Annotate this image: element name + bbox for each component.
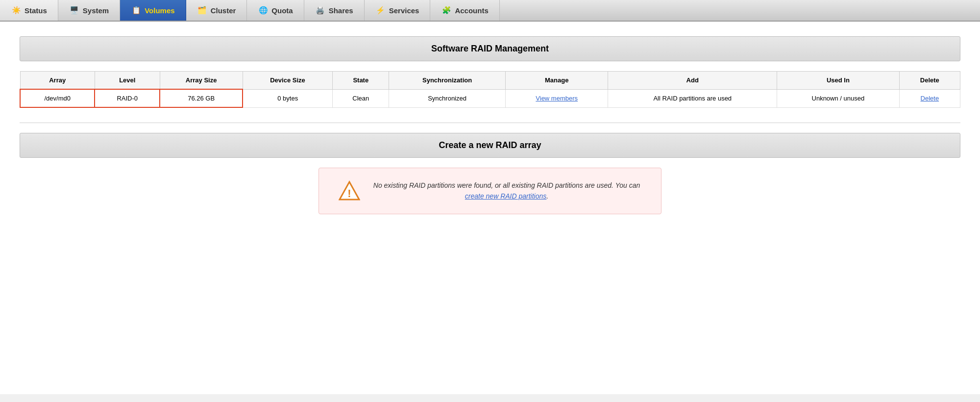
cell-manage[interactable]: View members (505, 89, 608, 107)
raid-table-body: /dev/md0RAID-076.26 GB0 bytesCleanSynchr… (20, 89, 960, 107)
services-icon: ⚡ (375, 5, 386, 16)
warning-text-after: . (546, 192, 548, 200)
cell-level: RAID-0 (95, 89, 160, 107)
nav-tab-label-cluster: Cluster (211, 6, 236, 15)
nav-tab-quota[interactable]: 🌐Quota (247, 0, 304, 21)
nav-tab-volumes[interactable]: 📋Volumes (120, 0, 186, 21)
create-partitions-link[interactable]: create new RAID partitions (465, 192, 547, 200)
system-icon: 🖥️ (69, 5, 80, 16)
nav-tab-system[interactable]: 🖥️System (58, 0, 120, 21)
raid-management-title: Software RAID Management (431, 44, 549, 53)
cell-used-in: Unknown / unused (777, 89, 900, 107)
shares-icon: 🖨️ (315, 5, 326, 16)
section-divider (20, 123, 960, 123)
nav-tab-status[interactable]: ☀️Status (0, 0, 58, 21)
svg-text:!: ! (347, 187, 351, 200)
main-nav: ☀️Status🖥️System📋Volumes🗂️Cluster🌐Quota🖨… (0, 0, 980, 22)
raid-table-header-row: ArrayLevelArray SizeDevice SizeStateSync… (20, 72, 960, 90)
cell-manage-link[interactable]: View members (536, 95, 578, 102)
main-content: Software RAID Management ArrayLevelArray… (0, 22, 980, 394)
col-add: Add (608, 72, 777, 90)
cell-sync: Synchronized (389, 89, 506, 107)
create-raid-header: Create a new RAID array (20, 133, 960, 158)
raid-management-header: Software RAID Management (20, 36, 960, 61)
raid-table: ArrayLevelArray SizeDevice SizeStateSync… (20, 71, 960, 108)
nav-tab-cluster[interactable]: 🗂️Cluster (186, 0, 247, 21)
cell-delete[interactable]: Delete (899, 89, 960, 107)
warning-text: No existing RAID partitions were found, … (372, 180, 641, 202)
cluster-icon: 🗂️ (197, 5, 208, 16)
volumes-icon: 📋 (131, 5, 142, 16)
col-synchronization: Synchronization (389, 72, 506, 90)
col-device-size: Device Size (243, 72, 333, 90)
col-array-size: Array Size (160, 72, 243, 90)
col-used-in: Used In (777, 72, 900, 90)
nav-tab-accounts[interactable]: 🧩Accounts (430, 0, 499, 21)
warning-text-before: No existing RAID partitions were found, … (373, 181, 640, 189)
cell-array: /dev/md0 (20, 89, 95, 107)
accounts-icon: 🧩 (441, 5, 452, 16)
col-delete: Delete (899, 72, 960, 90)
table-row: /dev/md0RAID-076.26 GB0 bytesCleanSynchr… (20, 89, 960, 107)
status-icon: ☀️ (11, 5, 22, 16)
raid-table-head: ArrayLevelArray SizeDevice SizeStateSync… (20, 72, 960, 90)
cell-array-size: 76.26 GB (160, 89, 243, 107)
nav-tab-services[interactable]: ⚡Services (365, 0, 431, 21)
nav-tab-label-services: Services (389, 6, 419, 15)
quota-icon: 🌐 (258, 5, 269, 16)
nav-tab-label-system: System (83, 6, 109, 15)
col-level: Level (95, 72, 160, 90)
col-state: State (333, 72, 389, 90)
nav-tab-label-volumes: Volumes (145, 6, 174, 15)
cell-device-size: 0 bytes (243, 89, 333, 107)
nav-tab-label-shares: Shares (329, 6, 353, 15)
cell-delete-link[interactable]: Delete (921, 95, 939, 102)
nav-tab-label-status: Status (24, 6, 47, 15)
nav-tab-shares[interactable]: 🖨️Shares (304, 0, 365, 21)
col-manage: Manage (505, 72, 608, 90)
nav-tab-label-quota: Quota (271, 6, 293, 15)
cell-add: All RAID partitions are used (608, 89, 777, 107)
nav-tab-label-accounts: Accounts (455, 6, 488, 15)
cell-state: Clean (333, 89, 389, 107)
warning-icon: ! (339, 180, 360, 201)
create-raid-title: Create a new RAID array (439, 140, 541, 150)
warning-box: ! No existing RAID partitions were found… (318, 168, 662, 214)
col-array: Array (20, 72, 95, 90)
